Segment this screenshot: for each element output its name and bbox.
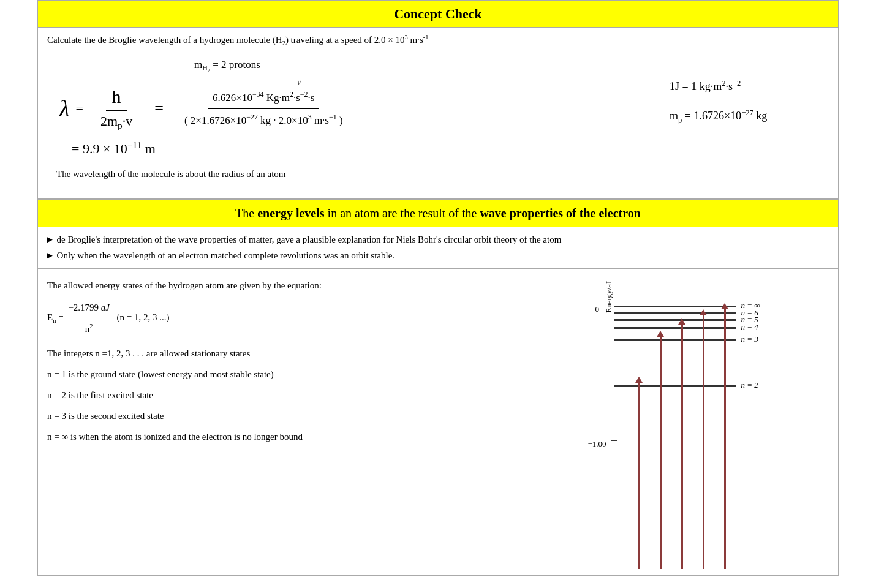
- text-ninf: n = ∞ is when the atom is ionized and th…: [47, 428, 565, 446]
- level-n6: [614, 312, 736, 314]
- v-annotation: 𝑣: [297, 77, 301, 87]
- cc-question: Calculate the de Broglie wavelength of a…: [47, 34, 829, 47]
- cc-math-area: mH2 = 2 protons λ = h 2mp·v =: [47, 53, 829, 163]
- cc-right-notes: 1J = 1 kg·m2·s−2 mp = 1.6726×10−27 kg: [645, 59, 817, 137]
- level-n4: [614, 327, 736, 329]
- y-axis-label: Energy/aJ: [604, 281, 614, 331]
- en-numerator: −2.1799 aJ: [68, 298, 110, 318]
- arrow-2-head: [657, 331, 664, 337]
- n-label-4: n = 4: [741, 322, 758, 332]
- concept-check-body: Calculate the de Broglie wavelength of a…: [38, 28, 838, 199]
- text-n2: n = 2 is the first excited state: [47, 386, 565, 404]
- right-note-2: mp = 1.6726×10−27 kg: [670, 107, 817, 126]
- bullets-section: ► de Broglie's interpretation of the wav…: [38, 227, 838, 269]
- en-fraction: −2.1799 aJ n2: [68, 298, 110, 338]
- main-content: The allowed energy states of the hydroge…: [38, 269, 838, 575]
- energy-levels-bold2: wave properties of the electron: [480, 206, 641, 220]
- en-range: (n = 1, 2, 3 ...): [115, 312, 170, 322]
- bullet-2: ► Only when the wavelength of an electro…: [45, 248, 831, 264]
- lambda-symbol: λ: [59, 95, 69, 122]
- equation-block: En = −2.1799 aJ n2 (n = 1, 2, 3 ...): [47, 298, 565, 338]
- concept-check-header: Concept Check: [38, 1, 838, 28]
- denominator-text: ( 2×1.6726×10−27 kg · 2.0×103 m·s−1 ): [184, 115, 343, 126]
- arrow-4-head: [700, 309, 707, 315]
- tick-minus1: [611, 440, 617, 441]
- en-label: En =: [47, 312, 66, 322]
- arrow-3-head: [678, 318, 685, 325]
- level-n2: [614, 385, 736, 387]
- arrow-3: [681, 324, 683, 569]
- energy-levels-title: The energy levels in an atom are the res…: [38, 206, 838, 221]
- level-n3: [614, 339, 736, 341]
- arrow-1-head: [635, 377, 643, 383]
- arrow-2: [660, 336, 662, 569]
- energy-levels-bold1: energy levels: [257, 206, 324, 220]
- arrow-1: [638, 382, 640, 569]
- lambda-fraction: h 2mp·v: [94, 86, 138, 131]
- cc-notes-top: mH2 = 2 protons: [194, 59, 645, 74]
- energy-levels-header: The energy levels in an atom are the res…: [38, 199, 838, 227]
- concept-check-title: Concept Check: [394, 6, 482, 21]
- big-fraction: 6.626×10−34 Kg·m2·s−2·s 𝑣 ( 2×1.6726×10−…: [179, 91, 348, 127]
- level-n5: [614, 319, 736, 321]
- lambda-equation: λ = h 2mp·v = 6.6: [59, 86, 645, 131]
- diagram-wrapper: Energy/aJ 0 −1.00: [604, 281, 810, 569]
- equals-sign-2: =: [154, 99, 164, 118]
- text-content: The allowed energy states of the hydroge…: [38, 269, 575, 575]
- big-frac-numerator: 6.626×10−34 Kg·m2·s−2·s 𝑣: [208, 91, 319, 110]
- energy-diagram: 0 −1.00: [614, 287, 810, 569]
- y-label-minus1: −1.00: [588, 439, 606, 449]
- text-n3: n = 3 is the second excited state: [47, 407, 565, 425]
- text-integers: The integers n =1, 2, 3 . . . are allowe…: [47, 344, 565, 363]
- bullet-1: ► de Broglie's interpretation of the wav…: [45, 232, 831, 248]
- n-label-2: n = 2: [741, 380, 758, 390]
- text-n1: n = 1 is the ground state (lowest energy…: [47, 365, 565, 383]
- lambda-numerator: h: [106, 86, 127, 111]
- arrow-4: [703, 315, 704, 569]
- equals-sign-1: =: [75, 100, 83, 116]
- arrow-5: [724, 309, 726, 569]
- en-denominator: n2: [85, 318, 93, 338]
- n-label-3: n = 3: [741, 334, 758, 344]
- lambda-denominator: 2mp·v: [94, 111, 138, 131]
- big-frac-denominator: ( 2×1.6726×10−27 kg · 2.0×103 m·s−1 ): [179, 109, 348, 127]
- numerator-text: 6.626×10−34 Kg·m2·s−2·s: [213, 92, 314, 104]
- cc-summary: The wavelength of the molecule is about …: [47, 163, 829, 192]
- result-line: = 9.9 × 10−11 m: [72, 140, 645, 157]
- y-label-0: 0: [595, 304, 600, 314]
- cc-main-calc: mH2 = 2 protons λ = h 2mp·v =: [59, 59, 645, 157]
- page-container: Concept Check Calculate the de Broglie w…: [37, 0, 839, 576]
- right-note-1: 1J = 1 kg·m2·s−2: [670, 77, 817, 96]
- diagram-area: Energy/aJ 0 −1.00: [575, 269, 838, 575]
- arrow-5-head: [721, 303, 728, 309]
- eq-intro: The allowed energy states of the hydroge…: [47, 276, 565, 295]
- level-inf: [614, 306, 736, 307]
- energy-levels-body: ► de Broglie's interpretation of the wav…: [38, 227, 838, 575]
